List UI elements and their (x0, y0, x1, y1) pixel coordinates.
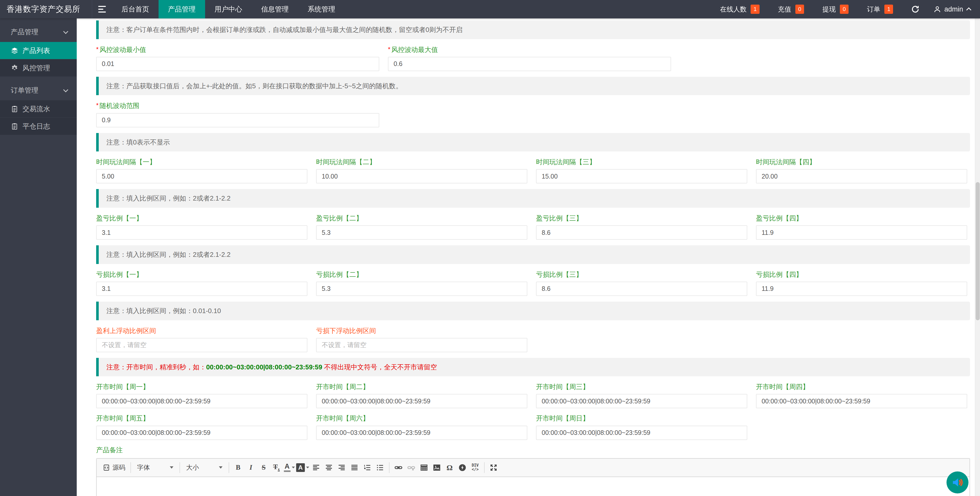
tab-dashboard[interactable]: 后台首页 (112, 0, 159, 18)
tab-system[interactable]: 系统管理 (298, 0, 345, 18)
align-right-icon[interactable] (336, 462, 348, 474)
notice-api-offset: 注意：产品获取接口值后，会加上+-此处的值。如5，则在接口获取的数据中加上-5~… (96, 77, 970, 96)
refresh-icon[interactable] (902, 0, 928, 18)
scrollbar-thumb[interactable] (976, 182, 980, 320)
open-time-example: 00:00:00~03:00:00|08:00:00~23:59:59 (206, 363, 322, 371)
chevron-down-icon (63, 29, 68, 34)
open-time-sat-label: 开市时间【周六】 (316, 415, 527, 422)
stat-withdraw[interactable]: 提现 0 (813, 0, 858, 18)
profit-ratio-3-input[interactable] (536, 225, 747, 240)
flash-icon[interactable] (457, 462, 468, 474)
div-container-icon[interactable]: DIV</> (469, 462, 481, 474)
header-right: 在线人数 1 充值 0 提现 0 订单 1 admin (711, 0, 980, 18)
sidebar-item-trade-flow[interactable]: 交易流水 (0, 100, 77, 118)
text-color-icon[interactable]: A (283, 462, 295, 474)
bold-icon[interactable]: B (232, 462, 244, 474)
open-time-sun-input[interactable] (536, 426, 747, 440)
loss-ratio-3-input[interactable] (536, 282, 747, 296)
link-icon[interactable] (393, 462, 404, 474)
open-time-wed-input[interactable] (536, 394, 747, 408)
time-interval-1-input[interactable] (96, 169, 307, 183)
gear-icon (11, 64, 18, 72)
image-icon[interactable] (431, 462, 443, 474)
required-asterisk: * (388, 46, 390, 53)
sound-notification-button[interactable] (947, 471, 969, 493)
time-interval-4-label: 时间玩法间隔【四】 (756, 158, 967, 166)
caret-down-icon (219, 466, 223, 469)
time-interval-3-input[interactable] (536, 169, 747, 183)
layers-icon (11, 47, 18, 54)
bg-color-icon[interactable]: A (296, 462, 309, 474)
app-logo: 香港数字资产交易所 (0, 0, 92, 18)
loss-ratio-4-input[interactable] (756, 282, 967, 296)
loss-ratio-4-label: 亏损比例【四】 (756, 271, 967, 279)
tab-products[interactable]: 产品管理 (159, 0, 205, 18)
speaker-icon (951, 475, 964, 490)
float-up-label: 盈利上浮动比例区间 (96, 327, 307, 335)
source-button[interactable]: 源码 (100, 462, 128, 474)
open-time-mon-label: 开市时间【周一】 (96, 383, 307, 391)
editor-content-area[interactable] (97, 477, 969, 496)
open-time-wed-label: 开市时间【周三】 (536, 383, 747, 391)
unlink-icon[interactable] (405, 462, 417, 474)
open-time-mon-input[interactable] (96, 394, 307, 408)
risk-min-input[interactable] (96, 57, 379, 71)
random-range-input[interactable] (96, 113, 379, 128)
sidebar-item-product-list[interactable]: 产品列表 (0, 42, 77, 59)
order-count-badge: 1 (885, 5, 893, 14)
menu-icon[interactable] (92, 0, 112, 18)
ordered-list-icon[interactable] (361, 462, 373, 474)
open-time-tue-label: 开市时间【周二】 (316, 383, 527, 391)
align-center-icon[interactable] (323, 462, 335, 474)
profit-ratio-3-label: 盈亏比例【三】 (536, 214, 747, 222)
remark-label: 产品备注 (96, 446, 980, 455)
profit-ratio-1-input[interactable] (96, 225, 307, 240)
sidebar-group-products[interactable]: 产品管理 (0, 22, 77, 42)
profit-ratio-2-input[interactable] (316, 225, 527, 240)
remove-format-icon[interactable]: Tx (270, 462, 282, 474)
align-left-icon[interactable] (310, 462, 322, 474)
loss-ratio-1-input[interactable] (96, 282, 307, 296)
stat-deposit[interactable]: 充值 0 (769, 0, 813, 18)
tab-info[interactable]: 信息管理 (251, 0, 298, 18)
user-menu[interactable]: admin (928, 5, 980, 13)
unordered-list-icon[interactable] (374, 462, 386, 474)
sidebar-item-risk-control[interactable]: 风控管理 (0, 59, 77, 77)
stat-online[interactable]: 在线人数 1 (711, 0, 768, 18)
open-time-tue-input[interactable] (316, 394, 527, 408)
tab-users[interactable]: 用户中心 (205, 0, 251, 18)
withdraw-count-badge: 0 (840, 5, 848, 14)
profit-ratio-4-input[interactable] (756, 225, 967, 240)
maximize-icon[interactable] (488, 462, 500, 474)
open-time-thu-label: 开市时间【周四】 (756, 383, 967, 391)
table-icon[interactable] (418, 462, 430, 474)
user-icon (934, 5, 941, 13)
size-select[interactable]: 大小 (183, 462, 226, 474)
time-interval-1-label: 时间玩法间隔【一】 (96, 158, 307, 166)
time-interval-4-input[interactable] (756, 169, 967, 183)
italic-icon[interactable]: I (245, 462, 257, 474)
loss-ratio-2-input[interactable] (316, 282, 527, 296)
time-interval-2-label: 时间玩法间隔【二】 (316, 158, 527, 166)
float-down-input[interactable] (316, 338, 527, 352)
chevron-down-icon (63, 87, 68, 93)
open-time-sat-input[interactable] (316, 426, 527, 440)
risk-min-label: *风控波动最小值 (96, 46, 379, 54)
sidebar-item-close-log[interactable]: 平仓日志 (0, 118, 77, 135)
strikethrough-icon[interactable]: S (258, 462, 270, 474)
time-interval-2-input[interactable] (316, 169, 527, 183)
profit-ratio-1-label: 盈亏比例【一】 (96, 214, 307, 222)
loss-ratio-3-label: 亏损比例【三】 (536, 271, 747, 279)
float-down-label: 亏损下浮动比例区间 (316, 327, 527, 335)
stat-orders[interactable]: 订单 1 (858, 0, 902, 18)
loss-ratio-2-label: 亏损比例【二】 (316, 271, 527, 279)
float-up-input[interactable] (96, 338, 307, 352)
special-char-icon[interactable]: Ω (444, 462, 455, 474)
open-time-thu-input[interactable] (756, 394, 967, 408)
deposit-count-badge: 0 (795, 5, 804, 14)
align-justify-icon[interactable] (348, 462, 360, 474)
sidebar-group-orders[interactable]: 订单管理 (0, 80, 77, 100)
open-time-fri-input[interactable] (96, 426, 307, 440)
font-select[interactable]: 字体 (134, 462, 177, 474)
risk-max-input[interactable] (388, 57, 671, 71)
